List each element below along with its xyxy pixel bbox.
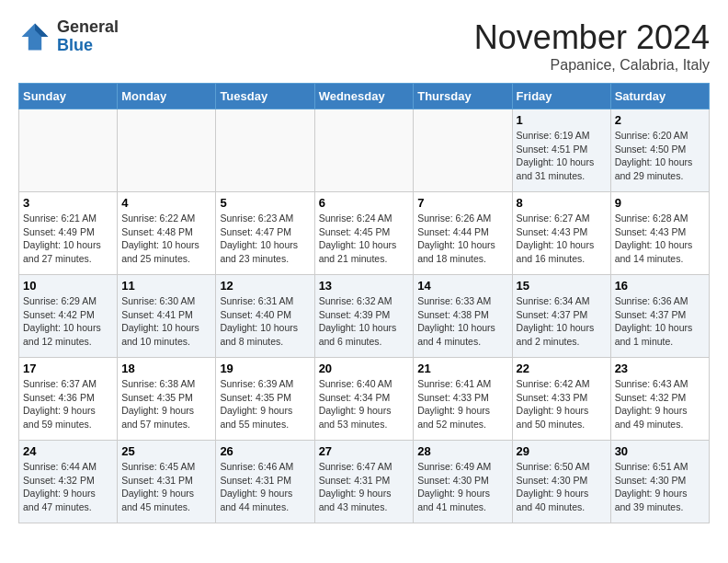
location-subtitle: Papanice, Calabria, Italy: [474, 57, 710, 74]
calendar-cell: 27Sunrise: 6:47 AM Sunset: 4:31 PM Dayli…: [314, 441, 414, 523]
calendar-cell: 6Sunrise: 6:24 AM Sunset: 4:45 PM Daylig…: [314, 192, 414, 275]
calendar-cell: 24Sunrise: 6:44 AM Sunset: 4:32 PM Dayli…: [19, 441, 118, 523]
calendar-cell: [216, 109, 314, 192]
day-number: 18: [121, 362, 211, 375]
calendar-cell: 8Sunrise: 6:27 AM Sunset: 4:43 PM Daylig…: [512, 192, 610, 275]
day-number: 9: [615, 196, 705, 210]
day-detail: Sunrise: 6:51 AM Sunset: 4:30 PM Dayligh…: [615, 460, 705, 514]
day-detail: Sunrise: 6:46 AM Sunset: 4:31 PM Dayligh…: [220, 460, 310, 514]
calendar-cell: 20Sunrise: 6:40 AM Sunset: 4:34 PM Dayli…: [314, 358, 414, 441]
calendar-cell: [118, 109, 216, 192]
calendar-cell: 11Sunrise: 6:30 AM Sunset: 4:41 PM Dayli…: [118, 275, 216, 358]
calendar-week-row: 1Sunrise: 6:19 AM Sunset: 4:51 PM Daylig…: [19, 109, 710, 192]
day-detail: Sunrise: 6:19 AM Sunset: 4:51 PM Dayligh…: [517, 129, 607, 183]
day-number: 11: [121, 279, 211, 293]
day-number: 14: [417, 279, 507, 293]
calendar-cell: 30Sunrise: 6:51 AM Sunset: 4:30 PM Dayli…: [610, 441, 709, 523]
day-detail: Sunrise: 6:43 AM Sunset: 4:32 PM Dayligh…: [615, 377, 705, 431]
day-number: 4: [121, 196, 211, 210]
calendar-cell: 12Sunrise: 6:31 AM Sunset: 4:40 PM Dayli…: [216, 275, 314, 358]
day-detail: Sunrise: 6:20 AM Sunset: 4:50 PM Dayligh…: [615, 129, 705, 183]
column-header-tuesday: Tuesday: [216, 84, 314, 109]
day-detail: Sunrise: 6:47 AM Sunset: 4:31 PM Dayligh…: [319, 460, 410, 514]
column-header-saturday: Saturday: [610, 84, 709, 109]
title-block: November 2024 Papanice, Calabria, Italy: [474, 18, 710, 74]
calendar-cell: [314, 109, 414, 192]
day-number: 3: [23, 196, 113, 210]
day-number: 30: [615, 444, 705, 458]
column-header-sunday: Sunday: [19, 84, 118, 109]
day-detail: Sunrise: 6:22 AM Sunset: 4:48 PM Dayligh…: [121, 212, 211, 266]
day-detail: Sunrise: 6:40 AM Sunset: 4:34 PM Dayligh…: [319, 377, 410, 431]
calendar-cell: 14Sunrise: 6:33 AM Sunset: 4:38 PM Dayli…: [414, 275, 512, 358]
day-detail: Sunrise: 6:24 AM Sunset: 4:45 PM Dayligh…: [319, 212, 410, 266]
day-number: 8: [517, 196, 607, 210]
day-detail: Sunrise: 6:28 AM Sunset: 4:43 PM Dayligh…: [615, 212, 705, 266]
calendar-cell: 19Sunrise: 6:39 AM Sunset: 4:35 PM Dayli…: [216, 358, 314, 441]
day-detail: Sunrise: 6:42 AM Sunset: 4:33 PM Dayligh…: [517, 377, 607, 431]
day-number: 29: [517, 444, 607, 458]
calendar-cell: 22Sunrise: 6:42 AM Sunset: 4:33 PM Dayli…: [512, 358, 610, 441]
day-number: 27: [319, 444, 410, 458]
day-detail: Sunrise: 6:26 AM Sunset: 4:44 PM Dayligh…: [417, 212, 507, 266]
day-number: 7: [417, 196, 507, 210]
day-number: 6: [319, 196, 410, 210]
logo: General Blue: [18, 18, 119, 55]
page-header: General Blue November 2024 Papanice, Cal…: [18, 18, 710, 74]
calendar-cell: 17Sunrise: 6:37 AM Sunset: 4:36 PM Dayli…: [19, 358, 118, 441]
calendar-week-row: 3Sunrise: 6:21 AM Sunset: 4:49 PM Daylig…: [19, 192, 710, 275]
logo-text: General Blue: [57, 18, 119, 55]
column-header-friday: Friday: [512, 84, 610, 109]
calendar-table: SundayMondayTuesdayWednesdayThursdayFrid…: [18, 83, 710, 523]
day-number: 5: [220, 196, 310, 210]
day-detail: Sunrise: 6:37 AM Sunset: 4:36 PM Dayligh…: [23, 377, 113, 431]
calendar-cell: [414, 109, 512, 192]
calendar-cell: 23Sunrise: 6:43 AM Sunset: 4:32 PM Dayli…: [610, 358, 709, 441]
day-number: 2: [615, 113, 705, 127]
day-detail: Sunrise: 6:34 AM Sunset: 4:37 PM Dayligh…: [517, 294, 607, 349]
day-number: 12: [220, 279, 310, 293]
day-detail: Sunrise: 6:50 AM Sunset: 4:30 PM Dayligh…: [517, 460, 607, 514]
day-number: 20: [319, 362, 410, 375]
column-header-thursday: Thursday: [414, 84, 512, 109]
calendar-cell: 4Sunrise: 6:22 AM Sunset: 4:48 PM Daylig…: [118, 192, 216, 275]
day-detail: Sunrise: 6:30 AM Sunset: 4:41 PM Dayligh…: [121, 294, 211, 349]
day-detail: Sunrise: 6:29 AM Sunset: 4:42 PM Dayligh…: [23, 294, 113, 349]
column-header-wednesday: Wednesday: [314, 84, 414, 109]
calendar-cell: 9Sunrise: 6:28 AM Sunset: 4:43 PM Daylig…: [610, 192, 709, 275]
calendar-cell: 15Sunrise: 6:34 AM Sunset: 4:37 PM Dayli…: [512, 275, 610, 358]
day-detail: Sunrise: 6:31 AM Sunset: 4:40 PM Dayligh…: [220, 294, 310, 349]
day-detail: Sunrise: 6:32 AM Sunset: 4:39 PM Dayligh…: [319, 294, 410, 349]
day-number: 17: [23, 362, 113, 375]
calendar-cell: 10Sunrise: 6:29 AM Sunset: 4:42 PM Dayli…: [19, 275, 118, 358]
day-detail: Sunrise: 6:27 AM Sunset: 4:43 PM Dayligh…: [517, 212, 607, 266]
calendar-cell: 28Sunrise: 6:49 AM Sunset: 4:30 PM Dayli…: [414, 441, 512, 523]
calendar-week-row: 10Sunrise: 6:29 AM Sunset: 4:42 PM Dayli…: [19, 275, 710, 358]
calendar-cell: 1Sunrise: 6:19 AM Sunset: 4:51 PM Daylig…: [512, 109, 610, 192]
calendar-cell: 13Sunrise: 6:32 AM Sunset: 4:39 PM Dayli…: [314, 275, 414, 358]
month-title: November 2024: [474, 18, 710, 57]
day-number: 26: [220, 444, 310, 458]
day-detail: Sunrise: 6:36 AM Sunset: 4:37 PM Dayligh…: [615, 294, 705, 349]
day-number: 25: [121, 444, 211, 458]
calendar-cell: [19, 109, 118, 192]
day-number: 23: [615, 362, 705, 375]
day-number: 10: [23, 279, 113, 293]
day-detail: Sunrise: 6:21 AM Sunset: 4:49 PM Dayligh…: [23, 212, 113, 266]
day-number: 22: [517, 362, 607, 375]
day-number: 13: [319, 279, 410, 293]
day-number: 19: [220, 362, 310, 375]
calendar-cell: 18Sunrise: 6:38 AM Sunset: 4:35 PM Dayli…: [118, 358, 216, 441]
calendar-cell: 2Sunrise: 6:20 AM Sunset: 4:50 PM Daylig…: [610, 109, 709, 192]
calendar-week-row: 24Sunrise: 6:44 AM Sunset: 4:32 PM Dayli…: [19, 441, 710, 523]
calendar-cell: 21Sunrise: 6:41 AM Sunset: 4:33 PM Dayli…: [414, 358, 512, 441]
day-detail: Sunrise: 6:38 AM Sunset: 4:35 PM Dayligh…: [121, 377, 211, 431]
column-header-monday: Monday: [118, 84, 216, 109]
calendar-cell: 29Sunrise: 6:50 AM Sunset: 4:30 PM Dayli…: [512, 441, 610, 523]
day-number: 1: [517, 113, 607, 127]
calendar-cell: 16Sunrise: 6:36 AM Sunset: 4:37 PM Dayli…: [610, 275, 709, 358]
day-number: 24: [23, 444, 113, 458]
day-detail: Sunrise: 6:45 AM Sunset: 4:31 PM Dayligh…: [121, 460, 211, 514]
calendar-header-row: SundayMondayTuesdayWednesdayThursdayFrid…: [19, 84, 710, 109]
calendar-cell: 25Sunrise: 6:45 AM Sunset: 4:31 PM Dayli…: [118, 441, 216, 523]
